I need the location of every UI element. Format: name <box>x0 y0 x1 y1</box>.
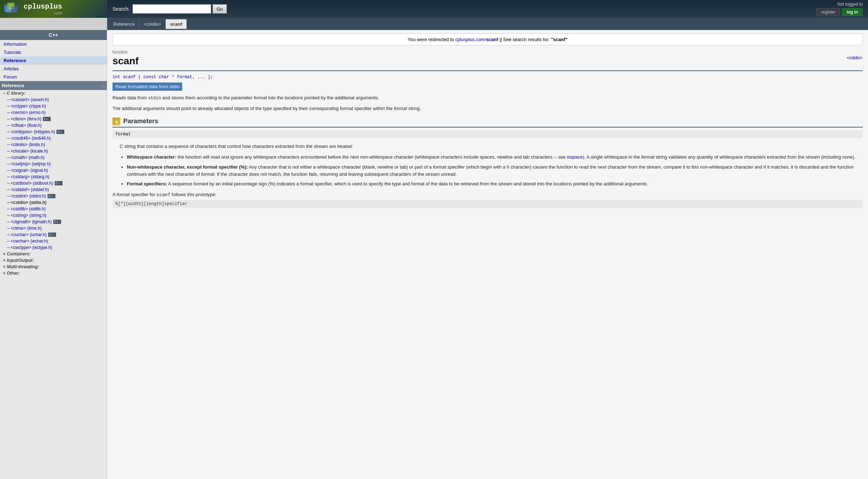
tree-item-ctime[interactable]: – <ctime> (time.h) <box>0 225 107 231</box>
desc-para-2: The additional arguments should point to… <box>113 105 863 112</box>
redirect-link[interactable]: cplusplus.com/scanf <box>455 37 498 42</box>
containers-root[interactable]: +Containers: <box>0 251 107 257</box>
header-divider <box>113 70 863 71</box>
tree-item-cstdint[interactable]: – <cstdint> (stdint.h)C→ <box>0 193 107 199</box>
parameters-section: ▲ Parameters format C string that contai… <box>113 118 863 208</box>
breadcrumb-cstdio[interactable]: <cstdio> <box>139 19 166 29</box>
bullet-nonwhitespace: Non-whitespace character, except format … <box>127 164 863 178</box>
syntax-box: int scanf ( const char * format, ... ); <box>113 75 863 80</box>
sidebar-item-forum[interactable]: Forum <box>0 73 107 81</box>
format-param-box: format <box>113 130 863 138</box>
expand-icon[interactable]: □ <box>103 84 105 88</box>
desc-para-1: Reads data from stdin and stores them ac… <box>113 94 863 101</box>
other-root[interactable]: +Other: <box>0 270 107 276</box>
parameters-title: Parameters <box>123 118 158 125</box>
search-button[interactable]: Go <box>213 4 226 14</box>
redirect-text-1: You were redirected to <box>408 37 455 42</box>
tree-item-cmath[interactable]: – <cmath> (math.h) <box>0 154 107 161</box>
logo-text: cplusplus <box>24 3 62 11</box>
sidebar: C++ Information Tutorials Reference Arti… <box>0 30 107 479</box>
parameters-header: ▲ Parameters <box>113 118 863 128</box>
search-area: Search: Go <box>107 0 797 18</box>
breadcrumb-bar: Reference <cstdio> scanf <box>107 18 868 30</box>
tree-item-ctgmath[interactable]: – <ctgmath> (tgmath.h)C→ <box>0 219 107 225</box>
sidebar-item-information[interactable]: Information <box>0 40 107 48</box>
login-button[interactable]: log in <box>842 8 863 16</box>
tree-item-csetjmp[interactable]: – <csetjmp> (setjmp.h) <box>0 161 107 167</box>
input-output-root[interactable]: +Input/Output: <box>0 257 107 264</box>
top-bar: cplusplus .com Search: Go Not logged in … <box>0 0 868 18</box>
search-label: Search: <box>113 6 130 12</box>
multi-threading-root[interactable]: +Multi-threading: <box>0 264 107 270</box>
tree-item-clocale[interactable]: – <clocale> (locale.h) <box>0 148 107 154</box>
sidebar-item-reference[interactable]: Reference <box>0 56 107 65</box>
tree-item-cassert[interactable]: – <cassert> (assert.h) <box>0 96 107 103</box>
tree-item-climits[interactable]: – <climits> (limits.h) <box>0 141 107 148</box>
sidebar-tree: −C library: – <cassert> (assert.h) – <cc… <box>0 90 107 276</box>
cpp-section-header: C++ <box>0 30 107 40</box>
tree-item-ciso646[interactable]: – <ciso646> (iso646.h) <box>0 135 107 141</box>
tree-item-cuchar[interactable]: – <cuchar> (uchar.h)C→ <box>0 231 107 238</box>
tree-item-cstdlib[interactable]: – <cstdlib> (stdlib.h) <box>0 206 107 212</box>
c-library-root[interactable]: −C library: <box>0 90 107 96</box>
cstdio-header-link[interactable]: <cstdio> <box>847 55 863 60</box>
tree-item-cfenv[interactable]: – <cfenv> (fenv.h)C→ <box>0 116 107 122</box>
bullet-format-specifiers: Format specifiers: A sequence formed by … <box>127 180 863 188</box>
description-highlight: Read formatted data from stdin <box>113 83 182 91</box>
tree-item-cstdio[interactable]: – <cstdio> (stdio.h) <box>0 199 107 206</box>
tree-item-cstring[interactable]: – <cstring> (string.h) <box>0 212 107 219</box>
tree-item-cinttypes[interactable]: – <cinttypes> (inttypes.h)C→ <box>0 129 107 135</box>
not-logged-in-text: Not logged in <box>837 2 863 7</box>
tree-item-cstdbool[interactable]: – <cstdbool> (stdbool.h)C→ <box>0 180 107 186</box>
tree-item-cwchar[interactable]: – <cwchar> (wchar.h) <box>0 238 107 244</box>
parameters-icon: ▲ <box>113 118 120 125</box>
register-button[interactable]: register <box>817 8 840 16</box>
tree-item-cfloat[interactable]: – <cfloat> (float.h) <box>0 122 107 129</box>
function-header: function scanf <cstdio> <box>113 50 863 71</box>
tree-item-cctype[interactable]: – <cctype> (ctype.h) <box>0 103 107 109</box>
svg-rect-5 <box>11 7 17 13</box>
function-name-heading: scanf <box>113 55 139 67</box>
format-specifier-code: %[*][width][length]specifier <box>113 200 863 208</box>
breadcrumb-scanf[interactable]: scanf <box>166 19 187 29</box>
reference-section-header: Reference □ <box>0 81 107 90</box>
logo-dot-com: .com <box>24 11 62 16</box>
tree-item-cstddef[interactable]: – <cstddef> (stddef.h) <box>0 186 107 193</box>
breadcrumb-reference[interactable]: Reference <box>109 19 139 29</box>
function-type-label: function <box>113 50 863 55</box>
logo-area: cplusplus .com <box>0 0 107 18</box>
auth-buttons: register log in <box>817 8 863 16</box>
reference-section-title: Reference <box>2 83 24 88</box>
isspace-link[interactable]: isspace <box>567 154 583 160</box>
tree-item-cerrno[interactable]: – <cerrno> (errno.h) <box>0 109 107 116</box>
sidebar-item-articles[interactable]: Articles <box>0 65 107 73</box>
main-content: You were redirected to cplusplus.com/sca… <box>107 30 868 479</box>
bullet-whitespace: Whitespace character: the function will … <box>127 154 863 161</box>
format-specifier-desc: A format specifier for scanf follows thi… <box>113 191 863 198</box>
logo-icon <box>4 2 21 16</box>
redirect-notice: You were redirected to cplusplus.com/sca… <box>113 34 863 45</box>
main-layout: C++ Information Tutorials Reference Arti… <box>0 30 868 479</box>
tree-item-csignal[interactable]: – <csignal> (signal.h) <box>0 167 107 174</box>
tree-item-cstdarg[interactable]: – <cstdarg> (stdarg.h) <box>0 174 107 180</box>
format-param-desc: C string that contains a sequence of cha… <box>113 141 863 152</box>
format-bullets: Whitespace character: the function will … <box>113 154 863 188</box>
tree-item-cwctype[interactable]: – <cwctype> (wctype.h) <box>0 244 107 251</box>
redirect-search-term: "scanf" <box>551 37 567 42</box>
auth-area: Not logged in register log in <box>797 0 868 18</box>
sidebar-item-tutorials[interactable]: Tutorials <box>0 48 107 56</box>
search-input[interactable] <box>133 4 211 14</box>
redirect-separator: || See search results for: <box>499 37 551 42</box>
